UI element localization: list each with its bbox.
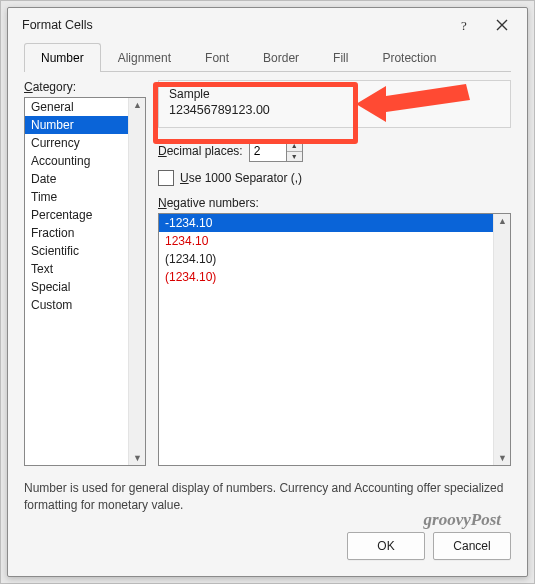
ok-button[interactable]: OK [347, 532, 425, 560]
tab-fill[interactable]: Fill [316, 43, 365, 72]
close-button[interactable] [483, 11, 521, 39]
tab-border[interactable]: Border [246, 43, 316, 72]
scroll-down-icon: ▼ [498, 453, 507, 463]
sample-box: Sample 123456789123.00 [158, 80, 511, 128]
sample-label: Sample [169, 87, 500, 101]
help-button[interactable]: ? [445, 11, 483, 39]
scrollbar[interactable]: ▲ ▼ [493, 214, 510, 465]
category-item[interactable]: Custom [25, 296, 129, 314]
scrollbar[interactable]: ▲ ▼ [128, 98, 145, 465]
category-listbox[interactable]: General Number Currency Accounting Date … [24, 97, 146, 466]
decimal-places-stepper[interactable]: ▲ ▼ [249, 140, 303, 162]
titlebar: Format Cells ? [8, 8, 527, 42]
category-item[interactable]: Date [25, 170, 129, 188]
cancel-button[interactable]: Cancel [433, 532, 511, 560]
decimal-places-input[interactable] [250, 141, 286, 161]
category-item[interactable]: Special [25, 278, 129, 296]
tab-number[interactable]: Number [24, 43, 101, 72]
checkbox-icon [158, 170, 174, 186]
category-item[interactable]: Text [25, 260, 129, 278]
negative-numbers-listbox[interactable]: -1234.10 1234.10 (1234.10) (1234.10) ▲ ▼ [158, 213, 511, 466]
category-item[interactable]: Time [25, 188, 129, 206]
sample-value: 123456789123.00 [169, 103, 500, 117]
scroll-up-icon: ▲ [498, 216, 507, 226]
thousand-separator-checkbox[interactable]: Use 1000 Separator (,) [158, 170, 511, 186]
category-item[interactable]: General [25, 98, 129, 116]
thousand-separator-label: Use 1000 Separator (,) [180, 171, 302, 185]
category-item[interactable]: Accounting [25, 152, 129, 170]
category-item[interactable]: Scientific [25, 242, 129, 260]
negative-numbers-item[interactable]: -1234.10 [159, 214, 494, 232]
decimal-places-label: Decimal places: [158, 144, 243, 158]
close-icon [496, 19, 508, 31]
category-item[interactable]: Number [25, 116, 129, 134]
category-item[interactable]: Percentage [25, 206, 129, 224]
tab-font[interactable]: Font [188, 43, 246, 72]
tab-bar: Number Alignment Font Border Fill Protec… [24, 42, 511, 72]
negative-numbers-item[interactable]: 1234.10 [159, 232, 494, 250]
format-cells-dialog: Format Cells ? Number Alignment Font Bor… [7, 7, 528, 577]
scroll-up-icon: ▲ [133, 100, 142, 110]
scroll-down-icon: ▼ [133, 453, 142, 463]
negative-numbers-item[interactable]: (1234.10) [159, 250, 494, 268]
category-item[interactable]: Currency [25, 134, 129, 152]
category-label: Category: [24, 80, 146, 94]
svg-text:?: ? [461, 18, 467, 32]
tab-alignment[interactable]: Alignment [101, 43, 188, 72]
format-description: Number is used for general display of nu… [24, 480, 511, 514]
negative-numbers-label: Negative numbers: [158, 196, 511, 210]
tab-protection[interactable]: Protection [365, 43, 453, 72]
help-icon: ? [458, 18, 470, 32]
dialog-footer: OK Cancel [8, 532, 527, 576]
watermark: groovyPost [424, 510, 501, 530]
negative-numbers-item[interactable]: (1234.10) [159, 268, 494, 286]
category-item[interactable]: Fraction [25, 224, 129, 242]
spin-down-icon[interactable]: ▼ [287, 151, 302, 162]
dialog-title: Format Cells [22, 18, 445, 32]
spin-up-icon[interactable]: ▲ [287, 141, 302, 151]
